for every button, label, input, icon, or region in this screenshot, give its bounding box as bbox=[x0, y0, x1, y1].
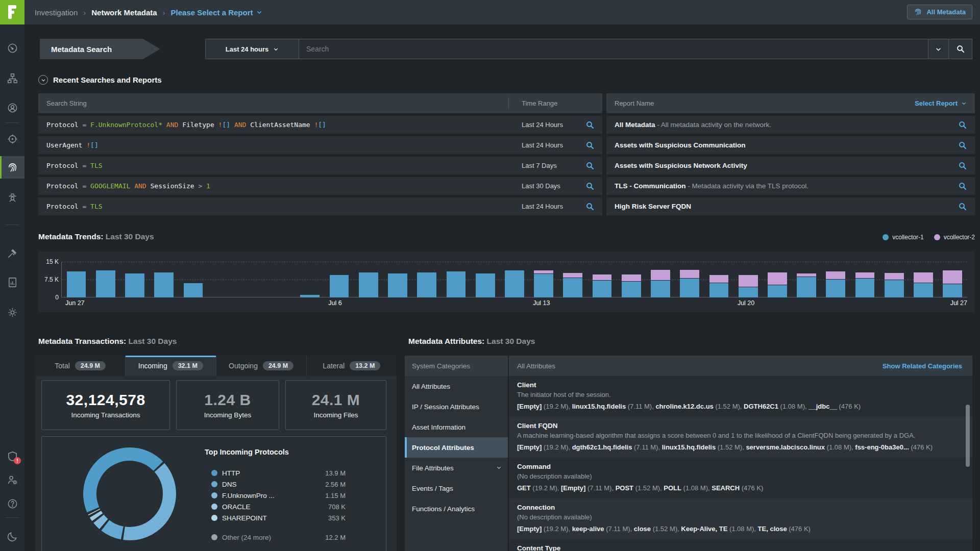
run-search-button[interactable] bbox=[578, 161, 602, 170]
bar-slot[interactable] bbox=[120, 262, 149, 297]
bar-slot[interactable] bbox=[792, 262, 821, 297]
protocol-legend-item[interactable]: Other (24 more) bbox=[211, 533, 271, 542]
sidebar-item-night-mode[interactable] bbox=[0, 526, 24, 546]
search-row[interactable]: Protocol = TLSLast 7 Days bbox=[38, 157, 602, 174]
run-report-button[interactable] bbox=[950, 182, 975, 191]
category-events-tags[interactable]: Events / Tags bbox=[405, 478, 508, 498]
breadcrumb-investigation[interactable]: Investigation bbox=[35, 8, 78, 17]
bar-slot[interactable] bbox=[471, 262, 500, 297]
bar-slot[interactable] bbox=[62, 262, 91, 297]
report-row[interactable]: High Risk Server FQDN bbox=[606, 197, 975, 215]
search-input[interactable] bbox=[299, 39, 928, 59]
report-row[interactable]: Assets with Suspicious Communication bbox=[606, 136, 975, 154]
bar-slot[interactable] bbox=[383, 262, 412, 297]
attribute-entry[interactable]: Client FQDNA machine learning-based algo… bbox=[509, 417, 972, 458]
tab-outgoing[interactable]: Outgoing24.9 M bbox=[216, 356, 307, 376]
run-search-button[interactable] bbox=[578, 202, 602, 211]
sidebar-item-dashboard[interactable] bbox=[0, 38, 24, 58]
select-report-dropdown[interactable]: Select Report bbox=[915, 99, 967, 107]
bar-slot[interactable] bbox=[763, 262, 792, 297]
category-file-attributes[interactable]: File Attributes bbox=[405, 458, 508, 478]
bar-slot[interactable] bbox=[208, 262, 237, 297]
protocol-legend-item[interactable]: SHAREPOINT bbox=[211, 513, 267, 522]
protocol-legend-item[interactable]: F.UnknownPro ... bbox=[211, 491, 275, 500]
bar-slot[interactable] bbox=[266, 262, 296, 297]
tab-lateral[interactable]: Lateral13.2 M bbox=[307, 356, 397, 376]
bar-slot[interactable] bbox=[500, 262, 529, 297]
sidebar-item-system-health[interactable]: ! bbox=[0, 446, 24, 466]
run-report-button[interactable] bbox=[950, 120, 975, 130]
report-row[interactable]: All Metadata - All metadata activity on … bbox=[606, 116, 975, 134]
search-row[interactable]: UserAgent ![]Last 24 Hours bbox=[38, 136, 602, 154]
run-report-button[interactable] bbox=[950, 141, 975, 150]
sidebar-item-metadata[interactable] bbox=[0, 156, 24, 179]
bar-slot[interactable] bbox=[558, 262, 587, 297]
search-options-button[interactable] bbox=[928, 39, 948, 59]
run-search-button[interactable] bbox=[578, 182, 602, 191]
category-ip-session-attributes[interactable]: IP / Session Attributes bbox=[405, 396, 508, 417]
fidelis-logo[interactable] bbox=[0, 0, 24, 24]
bar-slot[interactable] bbox=[646, 262, 675, 297]
run-search-button[interactable] bbox=[578, 120, 602, 130]
bar-slot[interactable] bbox=[821, 262, 850, 297]
sidebar-item-forensics[interactable] bbox=[0, 243, 24, 263]
category-functions-analytics[interactable]: Functions / Analytics bbox=[405, 498, 508, 519]
bar-slot[interactable] bbox=[879, 262, 909, 297]
bar-slot[interactable] bbox=[733, 262, 763, 297]
bar-slot[interactable] bbox=[412, 262, 442, 297]
sidebar-item-help[interactable] bbox=[0, 493, 24, 514]
sidebar-item-user-admin[interactable] bbox=[0, 469, 24, 490]
sidebar-item-users[interactable] bbox=[0, 97, 24, 118]
bar-slot[interactable] bbox=[850, 262, 879, 297]
sidebar-item-settings[interactable] bbox=[0, 302, 24, 322]
attribute-entry[interactable]: Command(No description available)GET (19… bbox=[509, 458, 972, 498]
report-row[interactable]: Assets with Suspicious Network Activity bbox=[606, 157, 975, 174]
sidebar-item-network-map[interactable] bbox=[0, 68, 24, 88]
time-range-dropdown[interactable]: Last 24 hours bbox=[206, 39, 299, 59]
tab-incoming[interactable]: Incoming32.1 M bbox=[126, 356, 216, 376]
bar-slot[interactable] bbox=[91, 262, 120, 297]
bar-slot[interactable] bbox=[237, 262, 266, 297]
sidebar-item-detections[interactable] bbox=[0, 129, 24, 149]
category-all-attributes[interactable]: All Attributes bbox=[405, 376, 508, 396]
attribute-entry[interactable]: Connection(No description available)[Emp… bbox=[509, 498, 972, 539]
bar-slot[interactable] bbox=[325, 262, 354, 297]
bar-slot[interactable] bbox=[909, 262, 938, 297]
collapse-chevron-icon[interactable] bbox=[38, 75, 48, 85]
attribute-entry[interactable]: Content Type bbox=[509, 539, 972, 551]
breadcrumb-report-selector[interactable]: Please Select a Report bbox=[171, 8, 262, 17]
bar-slot[interactable] bbox=[354, 262, 383, 297]
show-related-categories-link[interactable]: Show Related Categories bbox=[883, 362, 962, 370]
category-protocol-attributes[interactable]: Protocol Attributes bbox=[405, 437, 508, 458]
breadcrumb-network-metadata[interactable]: Network Metadata bbox=[91, 8, 157, 17]
tab-total[interactable]: Total24.9 M bbox=[35, 356, 126, 376]
run-report-button[interactable] bbox=[950, 202, 975, 211]
bar-slot[interactable] bbox=[617, 262, 646, 297]
protocol-legend-item[interactable]: DNS bbox=[211, 480, 237, 489]
bar-slot[interactable] bbox=[938, 262, 967, 297]
sidebar-item-threat-hunting[interactable] bbox=[0, 187, 24, 207]
search-row[interactable]: Protocol = F.UnknownProtocol* AND Filety… bbox=[38, 116, 602, 134]
all-metadata-button[interactable]: All Metadata bbox=[907, 5, 972, 19]
protocol-legend-item[interactable]: HTTP bbox=[211, 468, 240, 478]
report-row[interactable]: TLS - Communication - Metadata activity … bbox=[606, 177, 975, 195]
bar-slot[interactable] bbox=[179, 262, 208, 297]
category-asset-information[interactable]: Asset Information bbox=[405, 417, 508, 437]
run-report-button[interactable] bbox=[950, 161, 975, 170]
search-row[interactable]: Protocol = TLSLast 24 Hours bbox=[38, 197, 602, 215]
bar-slot[interactable] bbox=[296, 262, 325, 297]
search-submit-button[interactable] bbox=[948, 39, 972, 59]
attribute-entry[interactable]: ClientThe initiator host of the session.… bbox=[509, 376, 972, 417]
bar-slot[interactable] bbox=[150, 262, 179, 297]
scrollbar-thumb[interactable] bbox=[966, 405, 970, 467]
recent-section-header[interactable]: Recent Searches and Reports bbox=[38, 75, 162, 85]
protocol-legend-item[interactable]: ORACLE bbox=[211, 502, 251, 511]
bar-slot[interactable] bbox=[442, 262, 471, 297]
sidebar-item-reports[interactable] bbox=[0, 272, 24, 292]
search-row[interactable]: Protocol = GOOGLEMAIL AND SessionSize > … bbox=[38, 177, 602, 195]
bar-slot[interactable] bbox=[587, 262, 617, 297]
bar-slot[interactable] bbox=[675, 262, 704, 297]
bar-slot[interactable] bbox=[529, 262, 558, 297]
run-search-button[interactable] bbox=[578, 141, 602, 150]
bar-slot[interactable] bbox=[704, 262, 733, 297]
